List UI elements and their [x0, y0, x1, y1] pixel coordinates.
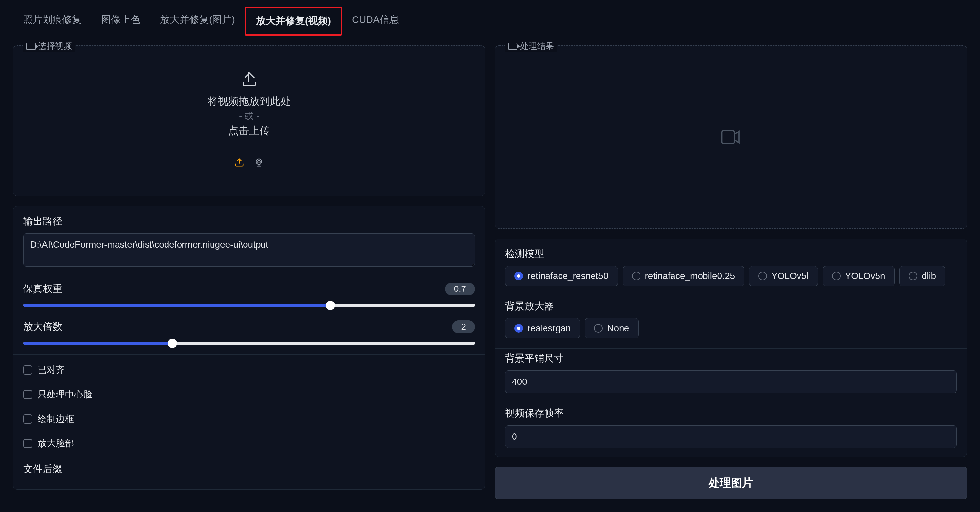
svg-point-2	[258, 160, 260, 163]
left-form-panel: 输出路径 保真权重 0.7 放大倍数 2	[13, 206, 485, 490]
select-video-label-text: 选择视频	[38, 40, 72, 52]
result-label-text: 处理结果	[520, 40, 554, 52]
aligned-label: 已对齐	[38, 364, 65, 376]
video-icon	[27, 43, 36, 50]
detect-model-dlib[interactable]: dlib	[899, 266, 946, 286]
upscale-face-checkbox[interactable]: 放大脸部	[23, 431, 475, 456]
checkbox-icon	[23, 390, 32, 399]
fidelity-label: 保真权重	[23, 282, 62, 296]
select-video-label: 选择视频	[23, 40, 75, 52]
video-fps-label: 视频保存帧率	[505, 407, 957, 420]
radio-label: YOLOv5l	[772, 271, 809, 281]
upload-file-button[interactable]	[234, 157, 244, 170]
upload-drop-text: 将视频拖放到此处	[207, 94, 291, 109]
tab-scratch-repair[interactable]: 照片划痕修复	[13, 6, 91, 36]
bg-tile-input[interactable]	[505, 370, 957, 393]
radio-label: None	[607, 323, 629, 334]
upload-dropzone[interactable]: 将视频拖放到此处 - 或 - 点击上传	[20, 52, 478, 189]
file-suffix-label: 文件后缀	[23, 463, 475, 476]
radio-icon	[909, 272, 917, 280]
svg-rect-3	[722, 130, 735, 143]
radio-label: retinaface_mobile0.25	[645, 271, 735, 281]
radio-label: realesrgan	[528, 323, 571, 334]
fidelity-value: 0.7	[445, 283, 475, 295]
radio-label: YOLOv5n	[845, 271, 885, 281]
draw-box-checkbox[interactable]: 绘制边框	[23, 407, 475, 431]
upload-or-text: - 或 -	[239, 110, 259, 122]
result-placeholder	[502, 52, 960, 222]
bg-tile-label: 背景平铺尺寸	[505, 352, 957, 365]
result-label: 处理结果	[505, 40, 557, 52]
radio-icon	[514, 324, 523, 332]
tab-colorize[interactable]: 图像上色	[91, 6, 150, 36]
aligned-checkbox[interactable]: 已对齐	[23, 358, 475, 382]
checkbox-icon	[23, 414, 32, 424]
radio-label: dlib	[922, 271, 936, 281]
upscale-face-label: 放大脸部	[38, 437, 74, 450]
draw-box-label: 绘制边框	[38, 413, 74, 425]
select-video-panel: 选择视频 将视频拖放到此处 - 或 - 点击上传	[13, 45, 485, 196]
tab-cuda-info[interactable]: CUDA信息	[342, 6, 409, 36]
radio-icon	[514, 272, 523, 280]
bg-upsampler-label: 背景放大器	[505, 300, 957, 313]
detect-model-retinaface-resnet50[interactable]: retinaface_resnet50	[505, 266, 618, 286]
tab-upscale-image[interactable]: 放大并修复(图片)	[150, 6, 245, 36]
upload-click-text: 点击上传	[228, 124, 270, 138]
bg-upsampler-none[interactable]: None	[585, 318, 638, 339]
fidelity-slider[interactable]	[23, 304, 475, 307]
result-panel: 处理结果	[495, 45, 967, 229]
detect-model-yolov5n[interactable]: YOLOv5n	[822, 266, 895, 286]
process-button[interactable]: 处理图片	[495, 467, 967, 499]
upscale-slider[interactable]	[23, 342, 475, 345]
upload-icon	[241, 72, 257, 88]
center-face-label: 只处理中心脸	[38, 388, 92, 401]
radio-icon	[632, 272, 641, 280]
detect-model-retinaface-mobile[interactable]: retinaface_mobile0.25	[622, 266, 745, 286]
center-face-checkbox[interactable]: 只处理中心脸	[23, 382, 475, 407]
tabs: 照片划痕修复 图像上色 放大并修复(图片) 放大并修复(视频) CUDA信息	[0, 0, 980, 45]
output-path-label: 输出路径	[23, 215, 475, 228]
radio-icon	[832, 272, 841, 280]
checkbox-icon	[23, 439, 32, 448]
svg-point-1	[256, 159, 262, 164]
tab-upscale-video[interactable]: 放大并修复(视频)	[245, 6, 342, 36]
video-fps-input[interactable]	[505, 425, 957, 448]
detect-model-yolov5l[interactable]: YOLOv5l	[749, 266, 818, 286]
right-form-panel: 检测模型 retinaface_resnet50 retinaface_mobi…	[495, 239, 967, 457]
radio-icon	[758, 272, 767, 280]
upscale-value: 2	[452, 320, 475, 333]
upscale-label: 放大倍数	[23, 320, 62, 334]
output-path-input[interactable]	[23, 233, 475, 267]
radio-icon	[594, 324, 603, 332]
detect-model-label: 检测模型	[505, 247, 957, 261]
checkbox-icon	[23, 366, 32, 375]
video-icon	[508, 43, 517, 50]
webcam-button[interactable]	[254, 157, 264, 170]
radio-label: retinaface_resnet50	[528, 271, 608, 281]
bg-upsampler-realesrgan[interactable]: realesrgan	[505, 318, 580, 339]
